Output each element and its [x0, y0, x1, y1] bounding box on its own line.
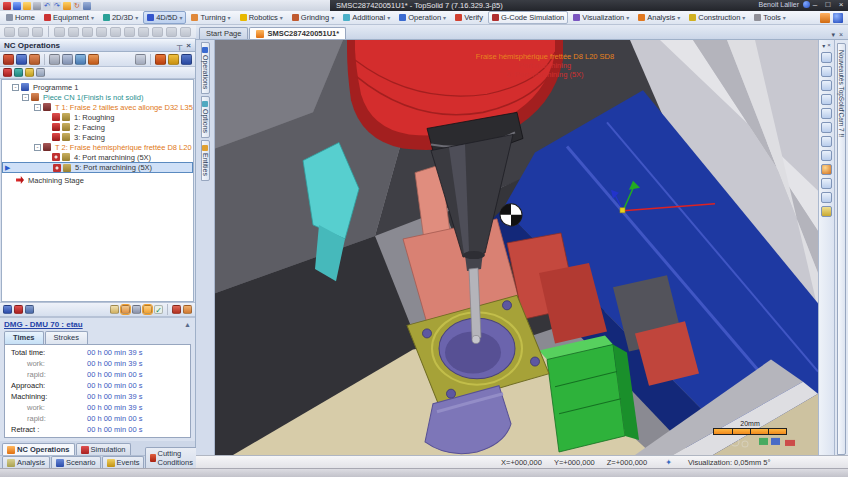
restore-button[interactable]: □ — [823, 0, 833, 9]
machine-name[interactable]: DMG - DMU 70 : etau — [4, 320, 83, 329]
expand-all-icon[interactable] — [14, 305, 23, 314]
level-icon[interactable] — [25, 68, 34, 77]
open-folder-icon[interactable] — [23, 2, 31, 10]
dock-tab-cutting-conditions[interactable]: Cutting Conditions — [145, 447, 200, 468]
dock-tab-nc-operations[interactable]: NC Operations — [2, 443, 75, 455]
tree-item-tool1[interactable]: - T 1: Fraise 2 tailles avec allonge D32… — [2, 102, 193, 112]
standard-views-icon[interactable] — [821, 108, 832, 119]
collapse-all-icon[interactable] — [3, 305, 12, 314]
export-folder-icon[interactable] — [143, 305, 152, 314]
machine-simulation-icon[interactable] — [121, 305, 130, 314]
doc-tab-current-document[interactable]: SMSC287420051U1* — [249, 27, 346, 39]
ribbon-tab-robotics[interactable]: Robotics▾ — [236, 11, 287, 24]
visual-options-icon[interactable] — [821, 178, 832, 189]
ribbon-tab-verify[interactable]: Verify — [451, 11, 487, 24]
refresh-icon[interactable]: ↻ — [73, 2, 81, 10]
save-icon[interactable] — [33, 2, 41, 10]
pan-view-icon[interactable] — [821, 52, 832, 63]
ribbon-tab-grinding[interactable]: Grinding▾ — [288, 11, 338, 24]
tree-item-machining-stage[interactable]: Machining Stage — [2, 175, 193, 185]
tree-item-roughing[interactable]: 1: Roughing — [2, 112, 193, 122]
close-panel-icon[interactable]: × — [186, 41, 191, 50]
undo-icon[interactable]: ↶ — [43, 2, 51, 10]
tree-item-facing-2[interactable]: 2: Facing — [2, 122, 193, 132]
list-view-icon[interactable] — [25, 305, 34, 314]
grid-icon[interactable] — [36, 68, 45, 77]
measure-icon[interactable] — [821, 206, 832, 217]
new-program-icon[interactable] — [3, 54, 14, 65]
collapse-box-icon[interactable]: - — [22, 94, 29, 101]
ribbon-tab-equipment[interactable]: Equipment▾ — [40, 11, 98, 24]
visualization-mode-icon[interactable]: ✦ — [665, 458, 672, 467]
close-document-icon[interactable]: × — [839, 31, 843, 39]
pin-icon[interactable]: ┬ — [177, 41, 183, 50]
3d-viewport[interactable]: Fraise hémisphérique frettée D8 L20 SD8 … — [215, 40, 818, 455]
tree-item-port-machining-4[interactable]: 4: Port marchining (5X) — [2, 152, 193, 162]
favorites-icon[interactable] — [63, 2, 71, 10]
welcome-tab[interactable]: Nouveautés TopSolid'Cam 7 !! — [837, 43, 846, 455]
tree-item-tool2[interactable]: - T 2: Fraise hémisphérique frettée D8 L… — [2, 142, 193, 152]
side-tab-operations[interactable]: Operations — [201, 42, 210, 94]
toolbar-options-icon[interactable]: ▾ — [822, 42, 825, 49]
options-icon[interactable] — [820, 13, 830, 23]
rotate-view-icon[interactable] — [821, 66, 832, 77]
new-document-icon[interactable] — [13, 2, 21, 10]
collapse-box-icon[interactable]: - — [34, 144, 41, 151]
tree-item-facing-3[interactable]: 3: Facing — [2, 132, 193, 142]
ribbon-tab-construction[interactable]: Construction▾ — [685, 11, 749, 24]
transform-icon[interactable] — [75, 54, 86, 65]
ribbon-tab-tools[interactable]: Tools▾ — [750, 11, 790, 24]
filter-icon[interactable] — [3, 68, 12, 77]
simulate-machine-icon[interactable] — [155, 54, 166, 65]
document-report-icon[interactable] — [110, 305, 119, 314]
stock-block-icon[interactable] — [183, 305, 192, 314]
tab-strokes[interactable]: Strokes — [45, 331, 88, 344]
tool-setup-icon[interactable] — [29, 54, 40, 65]
users-icon[interactable] — [83, 2, 91, 10]
magnifier-icon[interactable] — [821, 136, 832, 147]
verify-stock-icon[interactable] — [181, 54, 192, 65]
doc-tab-start-page[interactable]: Start Page — [199, 27, 248, 39]
collapse-box-icon[interactable]: - — [12, 84, 19, 91]
help-icon[interactable] — [833, 13, 843, 23]
ribbon-tab-4d5d[interactable]: 4D/5D▾ — [143, 11, 186, 24]
ribbon-tab-analysis[interactable]: Analysis▾ — [634, 11, 684, 24]
dock-tab-analysis[interactable]: Analysis — [2, 456, 50, 468]
toolbar-close-icon[interactable]: × — [827, 42, 831, 49]
dock-tab-events[interactable]: Events — [102, 456, 145, 468]
ribbon-tab-gcode-simulation[interactable]: G-Code Simulation — [488, 11, 568, 24]
side-tab-entities[interactable]: Entities — [201, 140, 210, 181]
tree-item-programme[interactable]: - Programme 1 — [2, 82, 193, 92]
ribbon-tab-visualization[interactable]: Visualization▾ — [569, 11, 633, 24]
tab-list-icon[interactable]: ▾ — [831, 31, 835, 39]
tool-path-icon[interactable] — [132, 305, 141, 314]
collapse-panel-icon[interactable]: ▲ — [184, 321, 191, 328]
machine-icon[interactable] — [16, 54, 27, 65]
collapse-box-icon[interactable]: - — [34, 104, 41, 111]
ribbon-tab-home[interactable]: Home — [2, 11, 39, 24]
tab-times[interactable]: Times — [4, 331, 44, 344]
dock-tab-scenario[interactable]: Scenario — [51, 456, 101, 468]
tree-item-port-machining-5[interactable]: ▶ 5: Port marchining (5X) — [2, 162, 193, 173]
render-style-icon[interactable] — [821, 164, 832, 175]
sort-icon[interactable] — [14, 68, 23, 77]
material-removal-icon[interactable] — [172, 305, 181, 314]
post-icon[interactable] — [88, 54, 99, 65]
redo-icon[interactable]: ↷ — [53, 2, 61, 10]
close-button[interactable]: × — [836, 0, 846, 9]
dock-tab-simulation[interactable]: Simulation — [76, 443, 131, 455]
zoom-window-icon[interactable] — [821, 80, 832, 91]
shading-mode-icon[interactable] — [821, 150, 832, 161]
probe-icon[interactable] — [62, 54, 73, 65]
tree-item-piece[interactable]: - Piece CN 1(Finish is not solid) — [2, 92, 193, 102]
sync-icon[interactable] — [135, 54, 146, 65]
section-view-icon[interactable] — [821, 122, 832, 133]
verify-check-icon[interactable]: ✓ — [154, 305, 163, 314]
side-tab-options[interactable]: Options — [201, 96, 210, 138]
stock-icon[interactable] — [49, 54, 60, 65]
workplan-icon[interactable] — [168, 54, 179, 65]
ribbon-tab-operation[interactable]: Operation▾ — [395, 11, 450, 24]
ribbon-tab-turning[interactable]: Turning▾ — [187, 11, 234, 24]
ribbon-tab-additional[interactable]: Additional▾ — [339, 11, 394, 24]
minimize-button[interactable]: – — [810, 0, 820, 9]
